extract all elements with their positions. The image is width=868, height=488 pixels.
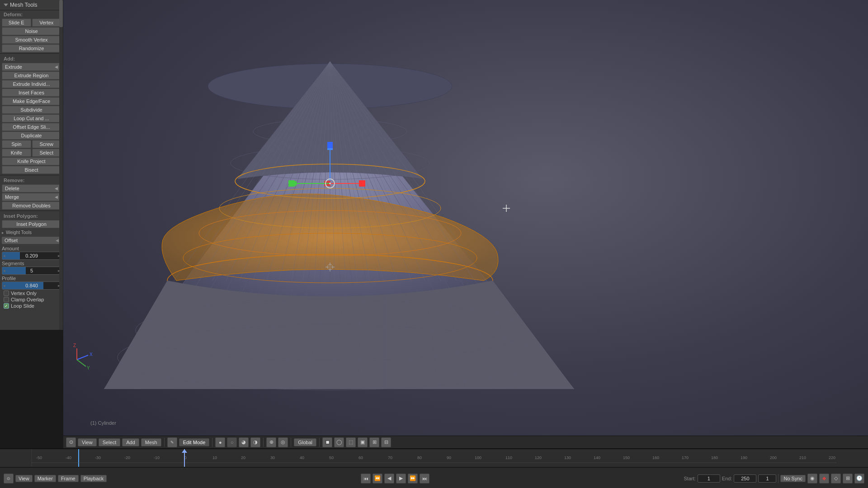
mirror-icon[interactable]: ⊞ — [369, 437, 379, 447]
vertex-button[interactable]: Vertex — [32, 19, 61, 27]
wireframe-icon[interactable]: ○ — [227, 437, 237, 447]
extrude-button[interactable]: Extrude ◀ — [2, 63, 61, 71]
inset-polygon-button[interactable]: Inset Polygon — [2, 220, 61, 228]
add-menu-button[interactable]: Add — [122, 438, 139, 446]
segments-input[interactable]: ◂ 5 ▸ — [2, 267, 61, 275]
panel-collapse-icon[interactable] — [4, 4, 8, 6]
vertex-only-row: Vertex Only — [4, 291, 60, 296]
svg-text:30: 30 — [270, 455, 275, 460]
amount-arrow-right-icon[interactable]: ▸ — [58, 253, 60, 258]
svg-text:50: 50 — [329, 455, 334, 460]
profile-input[interactable]: ◂ 0.840 ▸ — [2, 282, 61, 290]
slide-e-button[interactable]: Slide E — [2, 19, 31, 27]
marker-button[interactable]: Marker — [34, 475, 56, 482]
extrude-arrow-icon: ◀ — [55, 65, 58, 69]
profile-arrow-left-icon[interactable]: ◂ — [3, 283, 5, 288]
make-edge-face-button[interactable]: Make Edge/Face — [2, 97, 61, 105]
svg-text:180: 180 — [711, 455, 718, 460]
spin-button[interactable]: Spin — [2, 140, 31, 148]
knife-project-button[interactable]: Knife Project — [2, 157, 61, 165]
delete-button[interactable]: Delete ◀ — [2, 184, 61, 192]
grid-icon[interactable]: ⊟ — [381, 437, 391, 447]
profile-arrow-right-icon[interactable]: ▸ — [58, 283, 60, 288]
svg-text:X: X — [90, 352, 93, 357]
extrude-label: Extrude — [5, 64, 22, 70]
randomize-button[interactable]: Randomize — [2, 44, 61, 52]
jump-start-icon[interactable]: ⏮ — [361, 474, 371, 483]
end-frame-input[interactable]: 250 — [734, 474, 756, 483]
profile-value: 0.840 — [25, 283, 38, 288]
clamp-overlap-checkbox[interactable] — [4, 297, 9, 302]
amount-input[interactable]: ◂ 0.209 ▸ — [2, 252, 61, 260]
subdivide-button[interactable]: Subdivide — [2, 106, 61, 114]
duplicate-button[interactable]: Duplicate — [2, 131, 61, 140]
select-mode-icon[interactable]: ▣ — [358, 437, 368, 447]
viewport[interactable]: X Y Z (1) Cylinder ⊙ View Select Add Mes… — [63, 0, 868, 448]
inset-polygon-section-label: Inset Polygon: — [0, 212, 63, 220]
knife-button[interactable]: Knife — [2, 149, 31, 157]
current-frame-input[interactable]: 1 — [758, 474, 776, 483]
svg-text:40: 40 — [300, 455, 304, 460]
panel-title-label: Mesh Tools — [10, 2, 37, 8]
frame-button[interactable]: Frame — [58, 475, 79, 482]
key-delete-icon[interactable]: ◇ — [831, 474, 841, 483]
noise-button[interactable]: Noise — [2, 27, 61, 35]
global-button[interactable]: Global — [294, 438, 316, 446]
inset-faces-button[interactable]: Inset Faces — [2, 89, 61, 97]
select-menu-button[interactable]: Select — [99, 438, 121, 446]
svg-text:110: 110 — [505, 455, 512, 460]
transform-icon[interactable]: ⊕ — [266, 437, 276, 447]
bisect-button[interactable]: Bisect — [2, 166, 61, 174]
edit-mode-icon[interactable]: ✎ — [167, 437, 177, 447]
snap-icon[interactable]: 🔲 — [322, 437, 332, 447]
timeline-ruler: -50 -40 -30 -20 -10 0 10 20 30 40 50 60 … — [0, 449, 868, 467]
segments-arrow-left-icon[interactable]: ◂ — [3, 268, 5, 273]
snap-timeline-icon[interactable]: ⊞ — [843, 474, 853, 483]
keyframe-icon[interactable]: ◆ — [819, 474, 829, 483]
smooth-vertex-button[interactable]: Smooth Vertex — [2, 36, 61, 44]
start-frame-input[interactable]: 1 — [698, 474, 720, 483]
panel-scrollbar-thumb[interactable] — [59, 0, 63, 27]
vertex-only-label: Vertex Only — [11, 291, 37, 296]
occlude-icon[interactable]: ⬚ — [346, 437, 356, 447]
loop-slide-row: ✓ Loop Slide — [4, 303, 60, 309]
timeline-icon[interactable]: ⊙ — [4, 474, 14, 483]
no-sync-button[interactable]: No Sync — [780, 475, 806, 482]
extrude-region-button[interactable]: Extrude Region — [2, 71, 61, 80]
offset-edge-button[interactable]: Offset Edge Sli... — [2, 123, 61, 131]
material-icon[interactable]: ◑ — [250, 437, 260, 447]
mesh-menu-button[interactable]: Mesh — [141, 438, 161, 446]
view-timeline-button[interactable]: View — [15, 475, 33, 482]
panel-scrollbar[interactable] — [59, 0, 63, 330]
loop-cut-button[interactable]: Loop Cut and ... — [2, 114, 61, 122]
extrude-individ-button[interactable]: Extrude Individ... — [2, 80, 61, 88]
viewport-icon-btn[interactable]: ⊙ — [66, 437, 76, 447]
sync-icon[interactable]: ◉ — [807, 474, 817, 483]
prev-frame-icon[interactable]: ⏪ — [373, 474, 382, 483]
amount-arrow-left-icon[interactable]: ◂ — [3, 253, 5, 258]
vertex-only-checkbox[interactable] — [4, 291, 9, 296]
merge-button[interactable]: Merge ◀ — [2, 193, 61, 201]
remove-doubles-button[interactable]: Remove Doubles — [2, 202, 61, 210]
proportional-icon[interactable]: ◯ — [334, 437, 344, 447]
next-frame-icon[interactable]: ⏩ — [408, 474, 418, 483]
view-menu-button[interactable]: View — [78, 438, 97, 446]
divider-t1 — [778, 474, 778, 483]
play-forward-icon[interactable]: ▶ — [396, 474, 406, 483]
select-button[interactable]: Select — [32, 149, 61, 157]
edit-mode-button[interactable]: Edit Mode — [179, 438, 210, 446]
jump-end-icon[interactable]: ⏭ — [420, 474, 429, 483]
loop-slide-checkbox[interactable]: ✓ — [4, 303, 9, 309]
loop-slide-label: Loop Slide — [11, 303, 34, 309]
segments-arrow-right-icon[interactable]: ▸ — [58, 268, 60, 273]
solid-shade-icon[interactable]: ● — [215, 437, 225, 447]
time-icon[interactable]: 🕐 — [854, 474, 864, 483]
play-back-icon[interactable]: ◀ — [384, 474, 394, 483]
offset-label: Offset — [5, 238, 18, 243]
divider-2 — [0, 175, 63, 175]
screw-button[interactable]: Screw — [32, 140, 61, 148]
playback-button[interactable]: Playback — [80, 475, 107, 482]
merge-arrow-icon: ◀ — [55, 195, 58, 199]
rendered-icon[interactable]: ◕ — [239, 437, 249, 447]
pivot-icon[interactable]: ◎ — [278, 437, 288, 447]
